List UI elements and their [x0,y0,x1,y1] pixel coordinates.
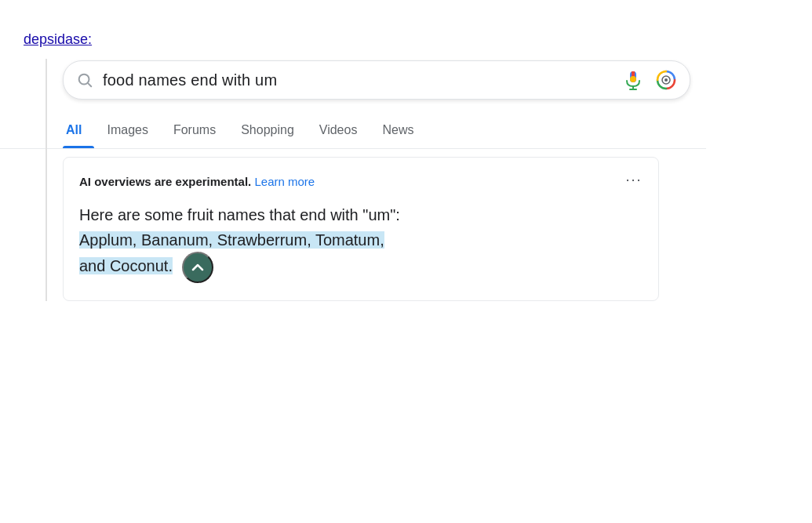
search-bar: food names end with um [63,60,690,100]
search-query-text: food names end with um [103,71,613,89]
tab-all[interactable]: All [63,115,94,148]
svg-point-9 [665,78,668,82]
tab-forums[interactable]: Forums [161,115,228,148]
lens-icon[interactable] [655,69,677,91]
page-container: depsidase: food names end with um [0,16,812,317]
svg-rect-3 [632,71,635,77]
ai-overview-bar: AI overviews are experimental. Learn mor… [79,172,643,191]
username-suffix: : [88,31,92,47]
ai-overview-label: AI overviews are experimental. Learn mor… [79,175,315,188]
tab-images[interactable]: Images [94,115,160,148]
result-highlighted-list: Applum, Bananum, Strawberrum, Tomatum, [79,231,384,249]
result-highlighted-end: and Coconut. [79,257,173,274]
search-actions [622,69,677,91]
options-menu-icon[interactable]: ⋮ [624,173,643,190]
svg-rect-6 [630,76,636,82]
tabs-area: All Images Forums Shopping Videos News [0,115,706,149]
tab-shopping[interactable]: Shopping [228,115,307,148]
collapse-button[interactable] [182,252,213,283]
search-area: food names end with um [0,60,812,100]
ai-overview-card: AI overviews are experimental. Learn mor… [63,157,659,301]
search-icon [76,71,93,89]
mic-icon[interactable] [622,69,644,91]
svg-line-1 [88,83,91,86]
learn-more-link[interactable]: Learn more [254,175,315,188]
left-border-line [46,59,47,301]
username-link[interactable]: depsidase [24,31,88,47]
ai-overview-bold: AI overviews are experimental. [79,175,251,188]
chevron-up-icon [191,260,205,274]
tab-videos[interactable]: Videos [307,115,370,148]
result-content: Here are some fruit names that end with … [79,203,643,283]
tab-news[interactable]: News [370,115,426,148]
username-line: depsidase: [0,24,812,60]
tabs-list: All Images Forums Shopping Videos News [63,115,643,148]
result-intro: Here are some fruit names that end with … [79,203,643,227]
